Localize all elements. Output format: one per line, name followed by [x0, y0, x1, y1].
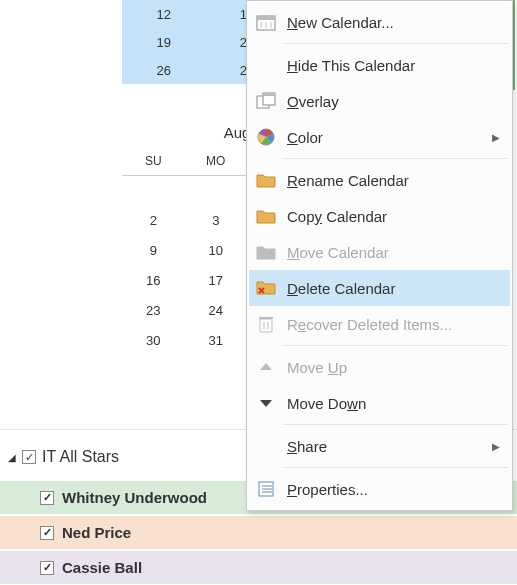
dow-header: SU: [122, 147, 185, 175]
menu-item-label: Move Calendar: [287, 244, 500, 261]
recover-icon: [255, 313, 277, 335]
menu-item-overlay[interactable]: Overlay: [249, 83, 510, 119]
group-title: IT All Stars: [42, 448, 119, 466]
menu-item-move-up: Move Up: [249, 349, 510, 385]
calendar-person-row[interactable]: ✓Cassie Ball: [0, 550, 517, 585]
day-cell[interactable]: 16: [122, 265, 185, 295]
person-name: Ned Price: [62, 524, 131, 541]
submenu-arrow-icon: ▶: [492, 441, 500, 452]
menu-item-label: Move Down: [287, 395, 500, 412]
day-cell[interactable]: 3: [185, 205, 248, 235]
menu-separator: [283, 158, 508, 159]
day-cell: [185, 175, 248, 205]
group-checkbox[interactable]: ✓: [22, 450, 36, 464]
context-menu: New Calendar...Hide This CalendarOverlay…: [246, 0, 513, 511]
menu-item-color[interactable]: Color▶: [249, 119, 510, 155]
menu-item-label: Share: [287, 438, 482, 455]
day-cell[interactable]: 26: [122, 56, 205, 84]
day-cell[interactable]: 9: [122, 235, 185, 265]
day-cell[interactable]: 19: [122, 28, 205, 56]
menu-separator: [283, 43, 508, 44]
menu-item-recover-deleted-items: Recover Deleted Items...: [249, 306, 510, 342]
person-name: Whitney Underwood: [62, 489, 207, 506]
day-cell[interactable]: 17: [185, 265, 248, 295]
menu-item-copy-calendar[interactable]: Copy Calendar: [249, 198, 510, 234]
menu-item-move-down[interactable]: Move Down: [249, 385, 510, 421]
day-cell: [122, 175, 185, 205]
menu-item-label: New Calendar...: [287, 14, 500, 31]
submenu-arrow-icon: ▶: [492, 132, 500, 143]
menu-item-rename-calendar[interactable]: Rename Calendar: [249, 162, 510, 198]
day-cell[interactable]: 23: [122, 295, 185, 325]
menu-item-properties[interactable]: Properties...: [249, 471, 510, 507]
menu-item-label: Color: [287, 129, 482, 146]
up-icon: [255, 356, 277, 378]
menu-item-label: Move Up: [287, 359, 500, 376]
menu-item-label: Rename Calendar: [287, 172, 500, 189]
menu-item-label: Copy Calendar: [287, 208, 500, 225]
menu-item-hide-this-calendar[interactable]: Hide This Calendar: [249, 47, 510, 83]
day-cell[interactable]: 2: [122, 205, 185, 235]
svg-rect-7: [263, 93, 275, 96]
person-checkbox[interactable]: ✓: [40, 491, 54, 505]
no-icon: [255, 54, 277, 76]
svg-rect-10: [259, 317, 273, 319]
menu-item-label: Overlay: [287, 93, 500, 110]
day-cell[interactable]: 24: [185, 295, 248, 325]
person-checkbox[interactable]: ✓: [40, 561, 54, 575]
menu-separator: [283, 424, 508, 425]
calendar-new-icon: [255, 11, 277, 33]
menu-item-delete-calendar[interactable]: Delete Calendar: [249, 270, 510, 306]
color-icon: [255, 126, 277, 148]
delete-icon: [255, 277, 277, 299]
menu-item-share[interactable]: Share▶: [249, 428, 510, 464]
overlay-icon: [255, 90, 277, 112]
menu-item-move-calendar: Move Calendar: [249, 234, 510, 270]
menu-separator: [283, 467, 508, 468]
menu-item-label: Delete Calendar: [287, 280, 500, 297]
copy-icon: [255, 205, 277, 227]
menu-item-label: Hide This Calendar: [287, 57, 500, 74]
day-cell[interactable]: 31: [185, 325, 248, 355]
person-name: Cassie Ball: [62, 559, 142, 576]
svg-rect-1: [257, 16, 275, 20]
no-icon: [255, 435, 277, 457]
properties-icon: [255, 478, 277, 500]
menu-item-label: Properties...: [287, 481, 500, 498]
collapse-triangle-icon: ◢: [8, 452, 16, 463]
day-cell[interactable]: 12: [122, 0, 205, 28]
down-icon: [255, 392, 277, 414]
menu-item-label: Recover Deleted Items...: [287, 316, 500, 333]
menu-separator: [283, 345, 508, 346]
day-cell[interactable]: 10: [185, 235, 248, 265]
day-cell[interactable]: 30: [122, 325, 185, 355]
rename-icon: [255, 169, 277, 191]
move-icon: [255, 241, 277, 263]
person-checkbox[interactable]: ✓: [40, 526, 54, 540]
menu-item-new-calendar[interactable]: New Calendar...: [249, 4, 510, 40]
dow-header: MO: [185, 147, 248, 175]
calendar-person-row[interactable]: ✓Ned Price: [0, 515, 517, 550]
svg-rect-9: [260, 319, 272, 332]
